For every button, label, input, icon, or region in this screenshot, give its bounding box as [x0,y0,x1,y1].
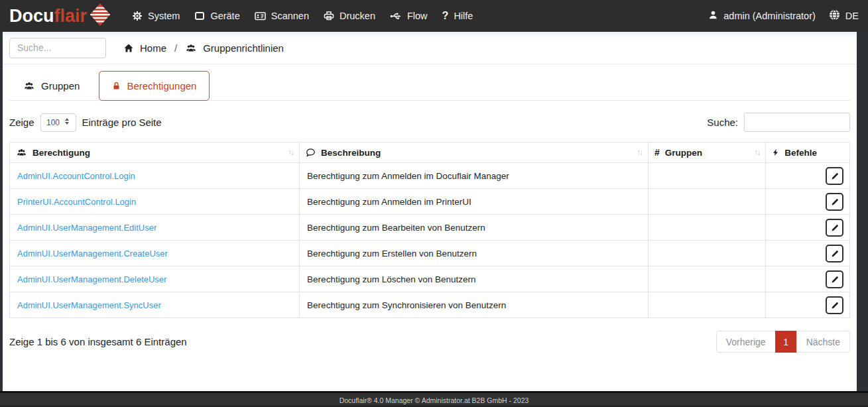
cell-description: Berechtigung zum Anmelden im PrinterUI [300,189,649,215]
cell-commands [766,266,850,292]
cell-groups [648,189,765,215]
menu-item-system[interactable]: System [125,5,187,27]
brand-logo[interactable]: Docuflair [9,2,111,30]
edit-button[interactable] [826,245,843,262]
pencil-icon [830,275,839,284]
pencil-icon [830,172,839,180]
navbar: Docuflair [0,0,868,32]
permission-link[interactable]: AdminUI.UserManagement.SyncUser [17,300,161,310]
menu-label: Hilfe [454,11,473,21]
table-search-input[interactable] [744,113,850,132]
tab-label: Berechtigungen [127,80,196,91]
edit-button[interactable] [826,270,843,288]
cell-commands [766,189,850,215]
user-icon [708,10,718,22]
menu-item-geraete[interactable]: Geräte [187,5,247,27]
pagination-next-button[interactable]: Nächste [796,331,850,353]
breadcrumb-separator: / [174,42,177,54]
table-row: AdminUI.AccountControl.Login Berechtigun… [10,163,850,189]
hash-icon: # [654,147,660,158]
menu-item-drucken[interactable]: Drucken [316,5,383,27]
menu-item-hilfe[interactable]: ? Hilfe [435,5,481,27]
edit-button[interactable] [826,167,843,185]
edit-button[interactable] [826,193,843,211]
pagination-page-1-button[interactable]: 1 [775,331,797,353]
diamond-stripes-logo-icon [87,2,111,30]
column-label: Beschreibung [321,148,381,158]
table-row: PrinterUI.AccountControl.Login Berechtig… [10,189,850,215]
permission-link[interactable]: PrinterUI.AccountControl.Login [17,197,136,207]
breadcrumb: Home / Gruppenrichtlinien [123,42,284,54]
content-area: Home / Gruppenrichtlinien Grupp [3,32,857,391]
navbar-right: admin (Administrator) DE [708,9,859,23]
language-switcher[interactable]: DE [829,9,859,23]
users-icon [16,148,27,157]
sort-arrows-icon [754,148,759,157]
menu-item-scannen[interactable]: Scannen [247,5,316,27]
page-size-select[interactable]: 100 [40,113,76,132]
copyright-text: Docuflair® 4.0 Manager © Administrator.a… [340,396,529,404]
cell-description: Berechtigung zum Bearbeiten von Benutzer… [300,215,649,241]
user-name: admin (Administrator) [723,11,816,21]
brand-docu: Docu [9,7,54,25]
table-row: AdminUI.UserManagement.SyncUser Berechti… [10,292,850,318]
breadcrumb-current: Gruppenrichtlinien [203,42,284,54]
tab-bar: Gruppen Berechtigungen [9,71,850,101]
user-menu[interactable]: admin (Administrator) [708,10,816,22]
edit-button[interactable] [826,219,843,237]
edit-button[interactable] [826,296,843,314]
globe-icon [829,9,840,23]
topbar: Home / Gruppenrichtlinien [3,32,857,64]
cell-permission: AdminUI.UserManagement.EditUser [10,215,300,241]
pencil-icon [830,223,839,232]
column-header-berechtigung[interactable]: Berechtigung [10,143,300,163]
pencil-icon [830,249,839,258]
users-icon [185,43,197,53]
table-footer: Zeige 1 bis 6 von insgesamt 6 Einträgen … [9,331,850,353]
show-label: Zeige [9,117,34,128]
cell-commands [766,215,850,241]
column-header-gruppen[interactable]: # Gruppen [648,143,765,163]
global-search-input[interactable] [9,38,106,58]
cell-description: Berechtigung zum Löschen von Benutzern [300,266,649,292]
menu-label: Flow [407,11,428,21]
table-row: AdminUI.UserManagement.CreateUser Berech… [10,241,850,266]
menu-label: System [148,11,180,21]
table-row: AdminUI.UserManagement.DeleteUser Berech… [10,266,850,292]
tab-berechtigungen[interactable]: Berechtigungen [99,71,210,101]
column-header-beschreibung[interactable]: Beschreibung [300,143,649,163]
permission-link[interactable]: AdminUI.AccountControl.Login [17,171,135,181]
table-search-label: Suche: [707,117,738,128]
cell-commands [766,292,850,318]
cell-description: Berechtigung zum Erstellen von Benutzern [300,241,649,266]
cell-permission: AdminUI.UserManagement.CreateUser [10,241,300,266]
permissions-table: Berechtigung Beschreibung [9,142,850,318]
tab-gruppen[interactable]: Gruppen [13,72,90,100]
menu-item-flow[interactable]: Flow [383,5,435,27]
cell-permission: AdminUI.AccountControl.Login [10,163,300,189]
table-search-group: Suche: [707,113,850,132]
app-window: Docuflair [0,0,868,407]
permission-link[interactable]: AdminUI.UserManagement.DeleteUser [17,274,166,284]
entries-info: Zeige 1 bis 6 von insgesamt 6 Einträgen [9,336,187,347]
column-header-befehle[interactable]: Befehle [766,143,850,163]
column-label: Befehle [784,148,817,158]
cell-permission: AdminUI.UserManagement.DeleteUser [10,266,300,292]
id-card-icon [255,11,266,21]
pagination: Vorherige 1 Nächste [716,331,850,353]
permission-link[interactable]: AdminUI.UserManagement.EditUser [17,223,156,233]
cell-permission: AdminUI.UserManagement.SyncUser [10,292,300,318]
main-menu: System Geräte Scannen Drucken [125,5,480,27]
app-footer: Docuflair® 4.0 Manager © Administrator.a… [0,391,868,407]
pencil-icon [830,301,839,310]
cell-description: Berechtigung zum Synchronisieren von Ben… [300,292,649,318]
home-icon [123,43,134,53]
flow-icon [390,11,402,21]
cell-commands [766,241,850,266]
pagination-prev-button[interactable]: Vorherige [716,331,776,353]
cell-groups [648,241,765,266]
permission-link[interactable]: AdminUI.UserManagement.CreateUser [17,249,168,259]
cell-groups [648,266,765,292]
breadcrumb-home[interactable]: Home [140,42,166,54]
main-panel: Gruppen Berechtigungen Zeige 100 [3,64,857,391]
